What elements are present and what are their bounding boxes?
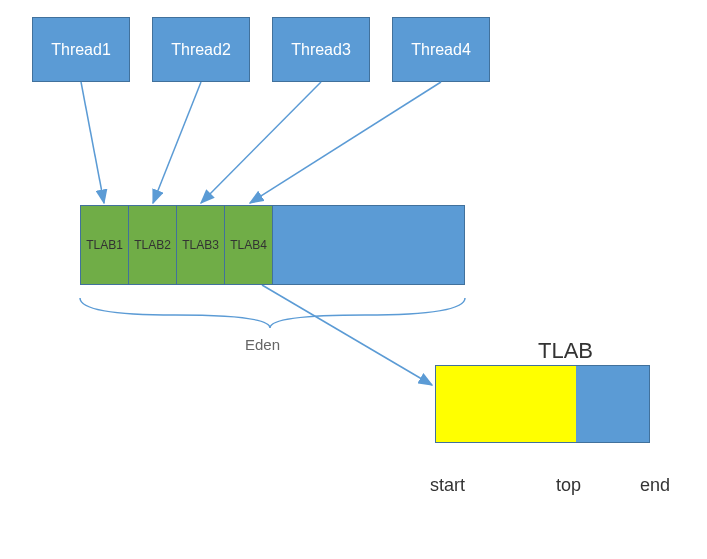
arrow-thread3-tlab3 <box>201 82 321 203</box>
diagram-container: Thread1 Thread2 Thread3 Thread4 TLAB <box>0 0 707 559</box>
arrow-thread4-tlab4 <box>250 82 441 203</box>
thread-label: Thread1 <box>51 41 111 59</box>
arrow-tlab4-detail <box>262 285 432 385</box>
tlab-box-2: TLAB2 <box>129 206 177 284</box>
marker-end: end <box>640 475 670 496</box>
tlab-box-1: TLAB1 <box>81 206 129 284</box>
arrow-thread2-tlab2 <box>153 82 201 203</box>
tlab-detail-container <box>435 365 650 443</box>
tlab-box-3: TLAB3 <box>177 206 225 284</box>
thread-box-1: Thread1 <box>32 17 130 82</box>
tlab-label: TLAB2 <box>134 238 171 252</box>
thread-label: Thread3 <box>291 41 351 59</box>
eden-brace <box>80 298 465 328</box>
eden-remainder <box>273 206 464 284</box>
thread-label: Thread4 <box>411 41 471 59</box>
tlab-label: TLAB3 <box>182 238 219 252</box>
tlab-used-region <box>436 366 576 442</box>
eden-container: TLAB1 TLAB2 TLAB3 TLAB4 <box>80 205 465 285</box>
thread-box-3: Thread3 <box>272 17 370 82</box>
marker-start: start <box>430 475 465 496</box>
thread-box-4: Thread4 <box>392 17 490 82</box>
marker-top: top <box>556 475 581 496</box>
thread-label: Thread2 <box>171 41 231 59</box>
eden-label: Eden <box>245 336 280 353</box>
arrow-thread1-tlab1 <box>81 82 104 203</box>
tlab-label: TLAB1 <box>86 238 123 252</box>
tlab-label: TLAB4 <box>230 238 267 252</box>
tlab-box-4: TLAB4 <box>225 206 273 284</box>
thread-box-2: Thread2 <box>152 17 250 82</box>
tlab-detail-title: TLAB <box>538 338 593 364</box>
tlab-free-region <box>576 366 649 442</box>
